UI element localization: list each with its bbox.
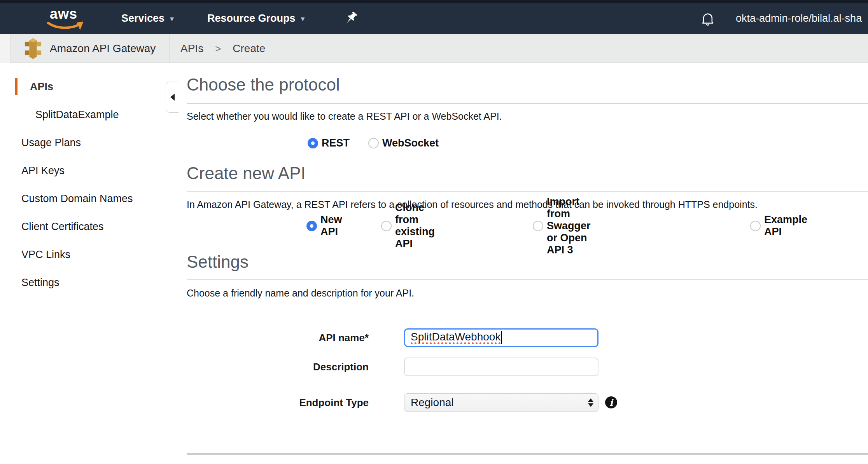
description-row: Description: [178, 358, 369, 376]
sidebar-item-label: Client Certificates: [21, 221, 104, 233]
nav-services-label: Services: [121, 12, 164, 24]
section-title-create: Create new API: [187, 164, 306, 183]
endpoint-type-select[interactable]: Regional: [404, 393, 598, 412]
sidebar-item-label: SplitDataExample: [35, 109, 119, 121]
sidebar-item-api-keys[interactable]: API Keys: [0, 157, 178, 185]
radio-unselected-icon: [533, 221, 543, 231]
nav-services-menu[interactable]: Services ▾: [121, 3, 174, 34]
description-label: Description: [178, 361, 369, 373]
sidebar-item-label: API Keys: [21, 165, 65, 177]
account-menu[interactable]: okta-admin-role/bilal.al-sha: [736, 3, 862, 34]
protocol-radio-group: REST WebSocket: [308, 137, 439, 149]
divider: [187, 191, 868, 192]
chevron-left-icon: [170, 94, 175, 101]
radio-selected-icon: [306, 221, 317, 231]
service-name[interactable]: Amazon API Gateway: [50, 34, 156, 63]
section-description-create: In Amazon API Gateway, a REST API refers…: [187, 199, 758, 210]
nav-resource-groups-menu[interactable]: Resource Groups ▾: [207, 3, 305, 34]
notifications-bell-icon[interactable]: [700, 11, 716, 27]
breadcrumb-left-edge: [0, 34, 11, 63]
divider: [170, 34, 170, 63]
chevron-down-icon: ▾: [170, 14, 174, 23]
sidebar-item-label: VPC Links: [21, 249, 70, 261]
radio-rest[interactable]: REST: [308, 137, 350, 149]
section-description-settings: Choose a friendly name and description f…: [187, 288, 414, 299]
radio-websocket-label: WebSocket: [382, 137, 439, 149]
sidebar-collapse-button[interactable]: [166, 82, 178, 113]
radio-import-swagger-label: Import from Swagger or Open API 3: [547, 196, 591, 256]
sidebar-item-label: Settings: [21, 277, 60, 289]
endpoint-type-label: Endpoint Type: [178, 397, 369, 409]
radio-clone-api[interactable]: Clone from existing API: [381, 202, 435, 250]
breadcrumb-bar: Amazon API Gateway APIs > Create: [0, 34, 868, 63]
radio-unselected-icon: [381, 221, 392, 231]
sidebar-item-apis[interactable]: APIs: [0, 73, 178, 101]
endpoint-type-row: Endpoint Type Regional: [178, 393, 369, 412]
sidebar-navigation: APIs SplitDataExample Usage Plans API Ke…: [0, 63, 178, 464]
divider: [187, 279, 868, 280]
sidebar-item-label: Usage Plans: [21, 137, 81, 149]
sidebar-item-vpc-links[interactable]: VPC Links: [0, 241, 178, 269]
breadcrumb: APIs > Create: [180, 34, 265, 63]
radio-unselected-icon: [368, 138, 379, 148]
radio-rest-label: REST: [322, 137, 350, 149]
section-title-settings: Settings: [187, 252, 248, 272]
description-input[interactable]: [404, 358, 598, 376]
endpoint-type-info-icon[interactable]: i: [605, 396, 617, 408]
breadcrumb-apis-link[interactable]: APIs: [180, 42, 203, 55]
pushpin-icon[interactable]: [342, 10, 359, 28]
section-title-protocol: Choose the protocol: [187, 75, 340, 94]
api-name-label: API name*: [178, 332, 369, 344]
aws-logo[interactable]: aws: [46, 6, 83, 31]
radio-unselected-icon: [750, 221, 761, 231]
section-description-protocol: Select whether you would like to create …: [187, 111, 502, 122]
api-name-row: API name* SplitDataWebhook: [178, 328, 369, 347]
sidebar-item-settings[interactable]: Settings: [0, 269, 178, 297]
radio-example-api[interactable]: Example API: [750, 214, 807, 238]
sidebar-item-client-certificates[interactable]: Client Certificates: [0, 213, 178, 241]
breadcrumb-current-page: Create: [233, 42, 265, 55]
sidebar-item-custom-domain-names[interactable]: Custom Domain Names: [0, 185, 178, 213]
radio-new-api-label: New API: [320, 214, 342, 238]
radio-example-api-label: Example API: [764, 214, 807, 238]
main-content: Choose the protocol Select whether you w…: [178, 63, 868, 464]
radio-new-api[interactable]: New API: [306, 214, 342, 238]
api-gateway-icon: [24, 38, 42, 59]
window-top-strip: [0, 0, 868, 3]
top-navigation-bar: aws Services ▾ Resource Groups ▾ okta-ad…: [0, 3, 868, 34]
chevron-down-icon: ▾: [301, 14, 305, 23]
sidebar-item-splitdataexample[interactable]: SplitDataExample: [0, 101, 178, 129]
nav-resource-groups-label: Resource Groups: [207, 12, 296, 24]
bottom-divider: [187, 453, 868, 455]
aws-smile-icon: [46, 21, 83, 30]
radio-websocket[interactable]: WebSocket: [368, 137, 439, 149]
sidebar-item-usage-plans[interactable]: Usage Plans: [0, 129, 178, 157]
divider: [187, 103, 868, 104]
select-stepper-icon: [588, 394, 593, 412]
radio-selected-icon: [308, 138, 318, 148]
text-cursor: [501, 331, 502, 344]
endpoint-type-value: Regional: [411, 396, 454, 409]
aws-logo-text: aws: [50, 6, 77, 22]
radio-clone-api-label: Clone from existing API: [395, 202, 435, 250]
api-name-input[interactable]: SplitDataWebhook: [404, 328, 598, 347]
api-name-value: SplitDataWebhook: [411, 331, 500, 344]
breadcrumb-separator: >: [215, 43, 221, 55]
sidebar-item-label: Custom Domain Names: [21, 193, 133, 205]
radio-import-swagger[interactable]: Import from Swagger or Open API 3: [533, 196, 591, 256]
sidebar-item-label: APIs: [30, 81, 53, 93]
